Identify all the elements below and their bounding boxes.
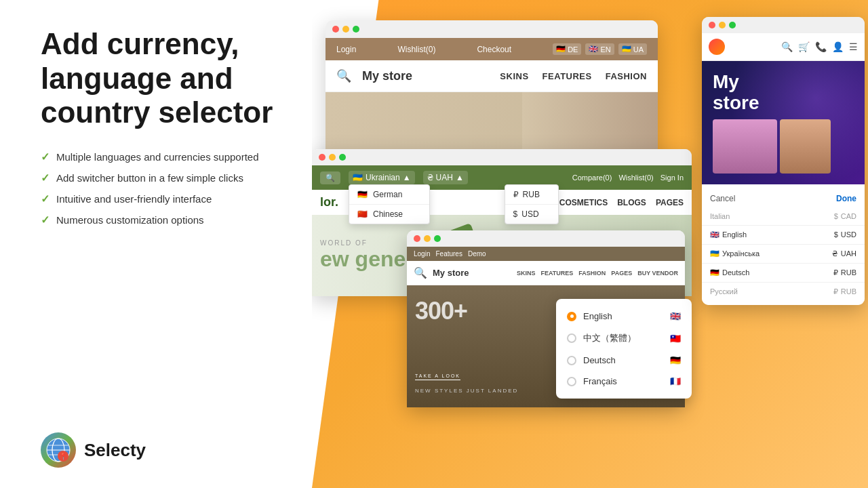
tl-red-3[interactable] bbox=[414, 235, 420, 242]
sc2-rub-icon: ₽ bbox=[513, 190, 519, 199]
sc3-lang-english[interactable]: English 🇬🇧 bbox=[556, 306, 692, 327]
sc2-lang-dropdown: 🇩🇪 German 🇨🇳 Chinese bbox=[349, 184, 430, 224]
en-flag-emoji: 🇬🇧 bbox=[589, 45, 598, 54]
sc4-top-icons: 🔍 🛒 📞 👤 ☰ bbox=[781, 41, 858, 52]
sc2-currency-rub[interactable]: ₽ RUB bbox=[505, 185, 558, 205]
sc4-settings-row-english[interactable]: 🇬🇧 English $ USD bbox=[702, 227, 865, 243]
sc1-login[interactable]: Login bbox=[336, 45, 356, 54]
sc3-de-lang-label: Deutsch bbox=[583, 355, 616, 365]
sc2-lang-german[interactable]: 🇩🇪 German bbox=[349, 185, 429, 205]
sc4-search-icon[interactable]: 🔍 bbox=[781, 41, 793, 52]
sc4-hero-title: Mystore bbox=[713, 72, 854, 114]
screenshot-fashion-store: Login Features Demo 🔍 My store SKINS FEA… bbox=[407, 230, 685, 407]
tl-yellow-4[interactable] bbox=[719, 22, 726, 28]
sc3-topbar: Login Features Demo bbox=[407, 247, 685, 261]
sc4-person-1 bbox=[713, 119, 777, 174]
sc2-lang-chinese[interactable]: 🇨🇳 Chinese bbox=[349, 205, 429, 224]
traffic-lights-4 bbox=[702, 17, 865, 33]
tl-red-1[interactable] bbox=[332, 26, 339, 33]
sc1-checkout[interactable]: Checkout bbox=[477, 45, 511, 54]
sc4-user-icon[interactable]: 👤 bbox=[832, 41, 844, 52]
sc3-nav: SKINS FEATURES FASHION PAGES BUY VENDOR bbox=[517, 270, 678, 277]
sc2-signin[interactable]: Sign In bbox=[660, 174, 684, 182]
sc2-nav-blogs[interactable]: BLOGS bbox=[617, 198, 646, 207]
sc3-hero-cta[interactable]: TAKE A LOOK bbox=[415, 373, 460, 380]
sc1-navbar: 🔍 My store SKINS FEATURES FASHION bbox=[326, 60, 658, 92]
sc1-search-icon[interactable]: 🔍 bbox=[336, 68, 351, 83]
flag-ua[interactable]: 🇺🇦 UA bbox=[618, 43, 647, 55]
divider-3 bbox=[702, 263, 865, 264]
sc3-zh-lang-label: 中文（繁體） bbox=[583, 332, 636, 344]
right-area: Login Wishlist(0) Checkout 🇩🇪 DE 🇬🇧 EN 🇺… bbox=[312, 0, 868, 488]
tl-green-3[interactable] bbox=[434, 235, 441, 242]
tl-green-1[interactable] bbox=[353, 26, 359, 33]
tl-green-4[interactable] bbox=[729, 22, 736, 28]
tl-green-2[interactable] bbox=[339, 154, 346, 161]
screenshot-dark-store: 🔍 🛒 📞 👤 ☰ Mystore bbox=[702, 17, 865, 305]
globe-icon: 📍 bbox=[45, 437, 71, 463]
sc3-nav-skins[interactable]: SKINS bbox=[517, 270, 536, 277]
tl-yellow-1[interactable] bbox=[342, 26, 349, 33]
flag-de[interactable]: 🇩🇪 DE bbox=[553, 43, 581, 55]
ua-flag-emoji: 🇺🇦 bbox=[622, 45, 631, 54]
sc1-nav-fashion[interactable]: FASHION bbox=[606, 71, 647, 81]
sc3-search-icon[interactable]: 🔍 bbox=[414, 266, 427, 279]
tl-red-4[interactable] bbox=[709, 22, 715, 28]
sc3-lang-deutsch[interactable]: Deutsch 🇩🇪 bbox=[556, 350, 692, 371]
sc2-lang-selector[interactable]: 🇺🇦 Ukrainian ▲ bbox=[349, 171, 415, 184]
sc2-compare[interactable]: Compare(0) bbox=[572, 174, 612, 182]
sc4-menu-icon[interactable]: ☰ bbox=[849, 41, 858, 52]
sc1-wishlist[interactable]: Wishlist(0) bbox=[397, 45, 435, 54]
divider-2 bbox=[702, 244, 865, 245]
feature-item-1: ✓ Multiple languages and currencies supp… bbox=[41, 150, 285, 163]
sc4-currency-usd: $ USD bbox=[834, 230, 856, 239]
divider-1 bbox=[702, 225, 865, 226]
sc2-search-icon: 🔍 bbox=[326, 174, 335, 182]
tl-yellow-2[interactable] bbox=[329, 154, 336, 161]
sc2-search-box[interactable]: 🔍 bbox=[320, 171, 340, 184]
sc4-settings-row-deutsch[interactable]: 🇩🇪 Deutsch ₽ RUB bbox=[702, 265, 865, 281]
sc4-cart-icon[interactable]: 🛒 bbox=[798, 41, 810, 52]
sc4-usd-icon: $ bbox=[834, 230, 838, 239]
sc3-lang-chinese[interactable]: 中文（繁體） 🇹🇼 bbox=[556, 327, 692, 350]
sc4-done-button[interactable]: Done bbox=[836, 194, 856, 203]
traffic-lights-3 bbox=[407, 230, 685, 247]
sc2-currency-selector[interactable]: ₴ UAH ▲ bbox=[423, 171, 468, 184]
sc2-brand: lor. bbox=[320, 195, 338, 209]
sc1-nav: SKINS FEATURES FASHION bbox=[500, 71, 647, 81]
flag-en[interactable]: 🇬🇧 EN bbox=[585, 43, 614, 55]
sc3-nav-features[interactable]: FEATURES bbox=[540, 270, 573, 277]
sc4-lang-ukrainian: Українська bbox=[722, 249, 760, 258]
sc3-radio-english[interactable] bbox=[567, 312, 576, 321]
sc4-phone-icon[interactable]: 📞 bbox=[815, 41, 827, 52]
sc2-wishlist[interactable]: Wishlist(0) bbox=[618, 174, 653, 182]
sc3-radio-francais[interactable] bbox=[567, 377, 576, 386]
sc3-radio-chinese[interactable] bbox=[567, 333, 576, 343]
sc3-navbar: 🔍 My store SKINS FEATURES FASHION PAGES … bbox=[407, 261, 685, 285]
sc2-topbar: 🔍 🇺🇦 Ukrainian ▲ 🇩🇪 German bbox=[312, 165, 692, 190]
sc4-settings-row-ukrainian[interactable]: 🇺🇦 Українська ₴ UAH bbox=[702, 246, 865, 262]
traffic-lights-2 bbox=[312, 149, 692, 165]
sc2-nav-pages[interactable]: PAGES bbox=[656, 198, 684, 207]
sc4-gb-flag: 🇬🇧 bbox=[710, 230, 719, 239]
sc2-nav-cosmetics[interactable]: COSMETICS bbox=[559, 198, 608, 207]
sc2-currency-usd[interactable]: $ USD bbox=[505, 205, 558, 224]
sc1-topbar: Login Wishlist(0) Checkout 🇩🇪 DE 🇬🇧 EN 🇺… bbox=[326, 38, 658, 60]
sc3-lang-francais[interactable]: Français 🇫🇷 bbox=[556, 371, 692, 392]
sc4-cancel-button[interactable]: Cancel bbox=[710, 194, 735, 203]
brand-logo: 📍 bbox=[41, 432, 76, 468]
sc3-store-name: My store bbox=[433, 268, 469, 278]
features-list: ✓ Multiple languages and currencies supp… bbox=[41, 150, 285, 226]
sc3-nav-fashion[interactable]: FASHION bbox=[578, 270, 606, 277]
sc4-settings-row-russian: Русский ₽ RUB bbox=[702, 284, 865, 300]
sc3-nav-vendor[interactable]: BUY VENDOR bbox=[637, 270, 678, 277]
tl-red-2[interactable] bbox=[319, 154, 326, 161]
sc3-nav-pages[interactable]: PAGES bbox=[611, 270, 632, 277]
sc3-radio-deutsch[interactable] bbox=[567, 356, 576, 365]
tl-yellow-3[interactable] bbox=[424, 235, 431, 242]
sc4-settings-row-italian: Italian $ CAD bbox=[702, 209, 865, 224]
sc4-currency-uah: ₴ UAH bbox=[832, 249, 856, 258]
sc4-lang-russian: Русский bbox=[710, 287, 738, 296]
sc1-nav-skins[interactable]: SKINS bbox=[500, 71, 528, 81]
sc1-nav-features[interactable]: FEATURES bbox=[542, 71, 592, 81]
